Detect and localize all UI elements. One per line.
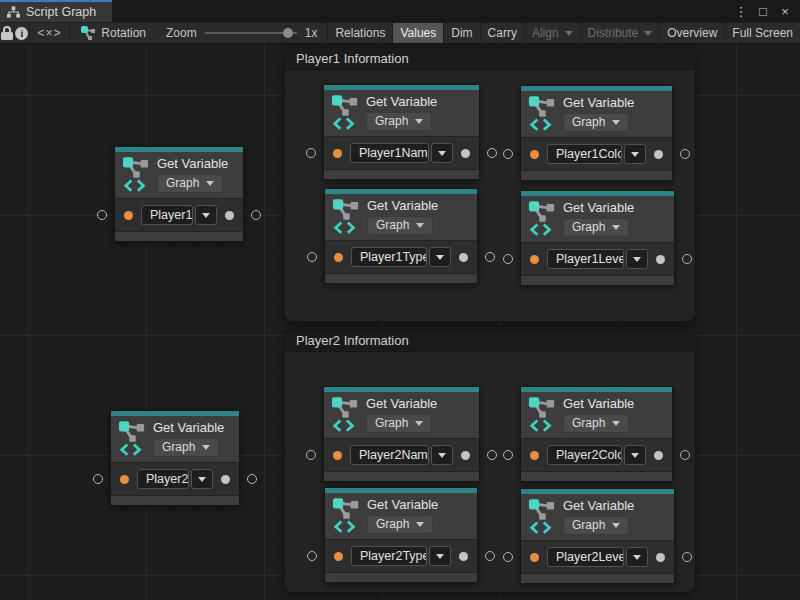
output-connection-port[interactable] bbox=[247, 474, 257, 484]
value-output-port[interactable] bbox=[225, 211, 234, 220]
output-connection-port[interactable] bbox=[682, 254, 692, 264]
input-connection-port[interactable] bbox=[306, 450, 316, 460]
value-output-port[interactable] bbox=[461, 451, 470, 460]
variable-scope-dropdown[interactable]: Graph bbox=[563, 113, 629, 132]
value-output-port[interactable] bbox=[656, 553, 665, 562]
get-variable-node[interactable]: Get Variable Graph Player1Type bbox=[324, 188, 478, 284]
toolbar-button[interactable]: Dim bbox=[443, 23, 479, 43]
tab-script-graph[interactable]: Script Graph bbox=[0, 0, 112, 22]
get-variable-node[interactable]: Get Variable Graph Player2Type bbox=[324, 487, 478, 583]
variable-name-dropdown[interactable]: Player1Name bbox=[350, 143, 453, 163]
output-connection-port[interactable] bbox=[487, 148, 497, 158]
get-variable-node[interactable]: Get Variable Graph Player1Color bbox=[520, 85, 673, 181]
variable-name-dropdown-arrow[interactable] bbox=[429, 247, 451, 267]
input-connection-port[interactable] bbox=[503, 450, 513, 460]
variable-name-dropdown-arrow[interactable] bbox=[191, 469, 213, 489]
output-connection-port[interactable] bbox=[680, 450, 690, 460]
variable-name-port[interactable] bbox=[530, 451, 539, 460]
node-group-header[interactable]: Player2 Information bbox=[285, 330, 695, 352]
toolbar-button[interactable]: Relations bbox=[327, 23, 392, 43]
node-header[interactable]: Get Variable Graph bbox=[325, 194, 477, 240]
input-connection-port[interactable] bbox=[503, 254, 513, 264]
variable-name-dropdown[interactable]: Player1Color bbox=[547, 144, 646, 164]
output-connection-port[interactable] bbox=[682, 552, 692, 562]
output-connection-port[interactable] bbox=[485, 551, 495, 561]
close-icon[interactable]: × bbox=[776, 4, 794, 19]
variable-name-port[interactable] bbox=[333, 451, 342, 460]
variable-name-dropdown[interactable]: Player2Color bbox=[547, 445, 646, 465]
variable-name-dropdown-arrow[interactable] bbox=[626, 249, 648, 269]
graph-canvas[interactable]: Player1 Information Player2 Information bbox=[0, 44, 800, 600]
node-header[interactable]: Get Variable Graph bbox=[115, 152, 243, 198]
toolbar-button[interactable]: Carry bbox=[480, 23, 524, 43]
variable-name-dropdown[interactable]: Player2Type bbox=[351, 546, 451, 566]
node-header[interactable]: Get Variable Graph bbox=[521, 494, 674, 540]
get-variable-node[interactable]: Get Variable Graph Player2Name bbox=[323, 386, 480, 482]
variable-name-port[interactable] bbox=[530, 255, 539, 264]
info-button[interactable]: i bbox=[15, 23, 30, 43]
output-connection-port[interactable] bbox=[251, 210, 261, 220]
variable-name-port[interactable] bbox=[334, 552, 343, 561]
variable-scope-dropdown[interactable]: Graph bbox=[563, 414, 629, 433]
input-connection-port[interactable] bbox=[307, 252, 317, 262]
variable-scope-dropdown[interactable]: Graph bbox=[366, 414, 432, 433]
variable-scope-dropdown[interactable]: Graph bbox=[366, 112, 432, 131]
variable-name-dropdown[interactable]: Player1Level bbox=[547, 249, 648, 269]
variable-name-dropdown-arrow[interactable] bbox=[195, 205, 217, 225]
variable-name-port[interactable] bbox=[530, 553, 539, 562]
node-group-header[interactable]: Player1 Information bbox=[285, 48, 695, 70]
variable-name-dropdown[interactable]: Player2 bbox=[137, 469, 213, 489]
toolbar-button[interactable]: Align bbox=[524, 23, 580, 43]
node-header[interactable]: Get Variable Graph bbox=[111, 416, 239, 462]
input-connection-port[interactable] bbox=[503, 149, 513, 159]
input-connection-port[interactable] bbox=[306, 148, 316, 158]
more-menu-icon[interactable]: ⋮ bbox=[732, 4, 750, 19]
variable-name-dropdown-arrow[interactable] bbox=[431, 143, 453, 163]
get-variable-node[interactable]: Get Variable Graph Player2Color bbox=[520, 386, 673, 482]
variable-scope-dropdown[interactable]: Graph bbox=[153, 438, 219, 457]
get-variable-node[interactable]: Get Variable Graph Player1 bbox=[114, 146, 244, 242]
variable-name-dropdown-arrow[interactable] bbox=[626, 547, 648, 567]
variable-name-dropdown-arrow[interactable] bbox=[624, 445, 646, 465]
lock-button[interactable] bbox=[0, 23, 15, 43]
value-output-port[interactable] bbox=[654, 451, 663, 460]
maximize-icon[interactable]: □ bbox=[754, 4, 772, 19]
variable-name-port[interactable] bbox=[333, 149, 342, 158]
variable-name-dropdown[interactable]: Player1Type bbox=[351, 247, 451, 267]
output-connection-port[interactable] bbox=[487, 450, 497, 460]
toolbar-button[interactable]: Distribute bbox=[580, 23, 660, 43]
toolbar-button[interactable]: Full Screen bbox=[724, 23, 800, 43]
toolbar-button[interactable]: Values bbox=[392, 23, 443, 43]
value-output-port[interactable] bbox=[459, 253, 468, 262]
variable-scope-dropdown[interactable]: Graph bbox=[563, 516, 629, 535]
value-output-port[interactable] bbox=[656, 255, 665, 264]
variable-name-dropdown[interactable]: Player2Level bbox=[547, 547, 648, 567]
node-header[interactable]: Get Variable Graph bbox=[324, 392, 479, 438]
get-variable-node[interactable]: Get Variable Graph Player1Name bbox=[323, 84, 480, 180]
input-connection-port[interactable] bbox=[503, 552, 513, 562]
value-output-port[interactable] bbox=[221, 475, 230, 484]
input-connection-port[interactable] bbox=[97, 210, 107, 220]
input-connection-port[interactable] bbox=[93, 474, 103, 484]
variable-name-dropdown-arrow[interactable] bbox=[624, 144, 646, 164]
variable-name-dropdown-arrow[interactable] bbox=[429, 546, 451, 566]
variable-name-port[interactable] bbox=[334, 253, 343, 262]
graph-breadcrumb[interactable]: Rotation bbox=[70, 23, 156, 43]
toolbar-button[interactable]: Overview bbox=[659, 23, 724, 43]
get-variable-node[interactable]: Get Variable Graph Player1Level bbox=[520, 190, 675, 286]
variable-name-port[interactable] bbox=[124, 211, 133, 220]
node-header[interactable]: Get Variable Graph bbox=[325, 493, 477, 539]
output-connection-port[interactable] bbox=[485, 252, 495, 262]
variable-scope-dropdown[interactable]: Graph bbox=[367, 216, 433, 235]
value-output-port[interactable] bbox=[654, 150, 663, 159]
variable-name-dropdown-arrow[interactable] bbox=[431, 445, 453, 465]
zoom-slider[interactable] bbox=[205, 27, 297, 39]
variable-name-dropdown[interactable]: Player1 bbox=[141, 205, 217, 225]
node-header[interactable]: Get Variable Graph bbox=[521, 91, 672, 137]
input-connection-port[interactable] bbox=[307, 551, 317, 561]
value-output-port[interactable] bbox=[459, 552, 468, 561]
output-connection-port[interactable] bbox=[680, 149, 690, 159]
node-header[interactable]: Get Variable Graph bbox=[521, 392, 672, 438]
value-output-port[interactable] bbox=[461, 149, 470, 158]
zoom-slider-handle[interactable] bbox=[283, 28, 293, 38]
